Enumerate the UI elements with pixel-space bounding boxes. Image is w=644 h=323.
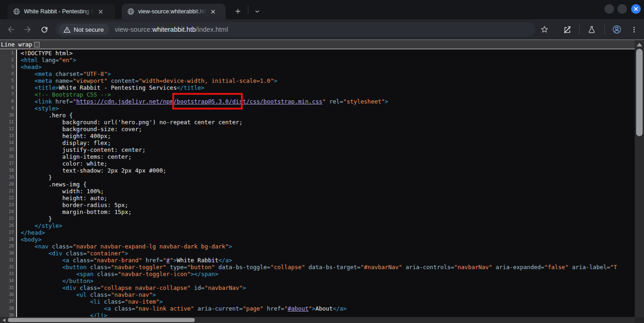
token-tag: </li> — [90, 312, 108, 317]
source-line: 14 display: flex; — [0, 139, 638, 146]
token-val: "viewport" — [73, 77, 107, 84]
line-number: 37 — [0, 298, 17, 305]
token-tag: > — [159, 298, 163, 305]
url-host: whiterabbit.htb — [152, 26, 196, 33]
window-close-button[interactable] — [631, 4, 641, 14]
token-text: align-items: center; — [21, 153, 132, 160]
line-content: .hero { — [17, 112, 73, 119]
token-val: "width=device-width, initial-scale=1.0" — [139, 77, 274, 84]
new-tab-button[interactable] — [231, 5, 244, 17]
line-content: <ul class="navbar-nav"> — [17, 291, 156, 298]
token-com: <!-- Bootstrap CSS --> — [35, 91, 111, 98]
line-number: 24 — [0, 208, 17, 215]
line-content: <span class="navbar-toggler-icon"></span… — [17, 271, 218, 277]
extensions-disabled-icon[interactable] — [562, 24, 573, 35]
token-tag: <head> — [21, 63, 41, 70]
token-text: text-shadow: 2px 2px 4px #000; — [21, 167, 166, 174]
line-number: 21 — [0, 188, 17, 195]
scroll-up-arrow[interactable] — [637, 43, 642, 46]
tab-white-rabbit[interactable]: White Rabbit - Pentesting Services — [7, 4, 115, 19]
token-val: "navbar-toggler" — [111, 264, 166, 271]
token-text — [21, 70, 35, 77]
warning-triangle-icon — [63, 26, 71, 34]
line-content: background-size: cover; — [17, 126, 142, 133]
line-number: 35 — [0, 284, 17, 291]
toolbar-separator — [604, 25, 605, 34]
token-attr: class= — [87, 291, 111, 298]
token-attr: charset= — [52, 70, 83, 77]
line-number: 5 — [0, 77, 17, 84]
token-val: "page" — [243, 305, 263, 312]
token-tag: <a — [104, 305, 111, 312]
security-chip[interactable]: Not secure — [59, 24, 109, 35]
token-attr: data-bs-toggle= — [215, 264, 270, 271]
tab-search-chevron-icon[interactable] — [251, 5, 263, 17]
token-attr: type= — [166, 264, 187, 271]
token-attr: class= — [100, 298, 125, 305]
token-val: "navbar navbar-expand-lg navbar-dark bg-… — [73, 243, 229, 250]
line-number: 6 — [0, 84, 17, 91]
scroll-left-arrow[interactable] — [2, 318, 6, 322]
token-tag: > — [243, 284, 246, 291]
source-line: 35 <div class="collapse navbar-collapse"… — [0, 284, 638, 291]
line-content: <meta charset="UTF-8"> — [17, 70, 111, 77]
token-text — [21, 264, 62, 271]
token-text: width: 100%; — [21, 188, 104, 195]
line-content: <body> — [17, 236, 41, 243]
labs-flask-icon[interactable] — [586, 24, 597, 35]
line-number: 38 — [0, 305, 17, 312]
line-number: 36 — [0, 291, 17, 298]
token-text — [21, 298, 90, 305]
line-content: <a class="navbar-brand" href="#">White R… — [17, 257, 232, 264]
source-line: 23 border-radius: 5px; — [0, 202, 638, 208]
source-line: 29 <nav class="navbar navbar-expand-lg n… — [0, 243, 638, 250]
tab-close-icon[interactable] — [97, 8, 104, 15]
bookmark-star-icon[interactable] — [539, 24, 550, 35]
tab-close-icon[interactable] — [209, 8, 217, 15]
globe-icon — [13, 8, 20, 15]
tab-view-source[interactable]: view-source:whiterabbit.htb/index.html — [122, 4, 226, 19]
token-text: height: auto; — [21, 195, 107, 202]
line-number: 12 — [0, 126, 17, 133]
forward-button[interactable] — [22, 24, 33, 35]
source-link[interactable]: # — [166, 257, 170, 264]
token-text — [21, 291, 76, 298]
line-content: border-radius: 5px; — [17, 202, 128, 208]
line-number: 25 — [0, 215, 17, 222]
source-line: 33 <span class="navbar-toggler-icon"></s… — [0, 271, 638, 277]
menu-kebab-icon[interactable] — [628, 24, 639, 35]
line-number: 23 — [0, 202, 17, 208]
token-text — [21, 271, 76, 277]
token-attr: href= — [263, 305, 284, 312]
vertical-scrollbar[interactable] — [635, 40, 644, 317]
source-line: 13 height: 400px; — [0, 133, 638, 139]
horizontal-scrollbar-thumb[interactable] — [8, 318, 195, 322]
token-tag: <div — [48, 250, 62, 257]
token-val: "button" — [187, 264, 215, 271]
source-line: 24 margin-bottom: 15px; — [0, 208, 638, 215]
token-attr: class= — [94, 271, 118, 277]
token-attr: class= — [111, 305, 135, 312]
token-tag: <li — [90, 298, 101, 305]
line-content: <li class="nav-item"> — [17, 298, 163, 305]
back-button[interactable] — [6, 24, 17, 35]
token-text: <!DOCTYPE html> — [21, 50, 73, 57]
line-number: 4 — [0, 70, 17, 77]
line-wrap-checkbox[interactable] — [34, 42, 40, 47]
address-bar[interactable]: Not secure view-source:whiterabbit.htb/i… — [55, 22, 535, 37]
vertical-scrollbar-thumb[interactable] — [636, 49, 643, 136]
token-val: "en" — [59, 57, 73, 63]
line-content: <title>White Rabbit - Pentesting Service… — [17, 84, 205, 91]
token-tag: </style> — [35, 222, 62, 229]
window-maximize-button[interactable] — [617, 4, 627, 14]
source-line: 20 .news-img { — [0, 181, 638, 188]
token-text — [21, 77, 35, 84]
horizontal-scrollbar[interactable] — [0, 317, 635, 323]
reload-button[interactable] — [39, 24, 50, 35]
source-link[interactable]: #about — [288, 305, 309, 312]
profile-avatar-icon[interactable] — [611, 24, 622, 35]
window-minimize-button[interactable] — [604, 4, 614, 14]
source-line: 39 </li> — [0, 312, 638, 317]
token-val: "nav-link active" — [135, 305, 194, 312]
token-val: "stylesheet" — [343, 98, 385, 105]
